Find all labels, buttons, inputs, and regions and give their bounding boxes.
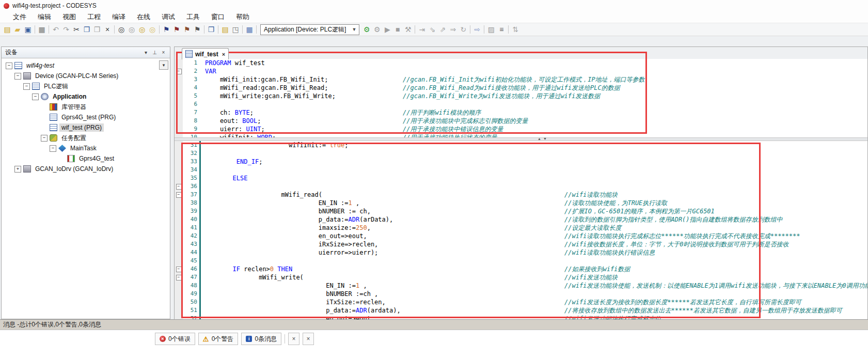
copy-icon[interactable]: ❐ [82, 24, 92, 35]
collapse-icon[interactable]: − [23, 83, 30, 90]
code-line-47[interactable]: −47 mWifi_write(//wifi发送功能块 [175, 273, 867, 282]
errors-toggle[interactable]: ×0个错误 [155, 333, 195, 345]
warnings-toggle[interactable]: ⚠0个警告 [198, 333, 239, 345]
combo-arrow-icon[interactable]: ▼ [350, 27, 358, 32]
code-line-35[interactable]: 35 ELSE [175, 174, 867, 182]
code-text[interactable]: iTxSize:=reclen,//wifi发送长度为接收到的数据长度*****… [201, 298, 867, 306]
clear-messages-icon-2[interactable]: × [303, 333, 314, 345]
undo-icon[interactable]: ↶ [51, 24, 61, 35]
code-line-38[interactable]: 38 EN_IN :=1 ,//读取功能块使能，为TRUE执行读取 [175, 199, 867, 207]
splitter-grip-icon[interactable]: ▲ [538, 137, 541, 141]
code-line-6[interactable]: 6 [175, 100, 867, 108]
replace-in-project-icon[interactable]: ◎ [147, 24, 157, 35]
menu-item-工程[interactable]: 工程 [82, 11, 106, 23]
tree-item-gcan-iodrv-gcan-iodrv-[interactable]: +GCAN_IoDrv (GCAN_IoDrv) [2, 164, 170, 174]
fold-marker-icon[interactable]: − [175, 67, 183, 75]
code-text[interactable] [201, 182, 867, 191]
code-line-44[interactable]: 44 uierror=>uierr);//wifi读取功能块执行错误信息 [175, 248, 867, 257]
watch-list-icon[interactable]: ≡ [496, 24, 507, 35]
restart-icon[interactable]: ↻ [458, 24, 468, 35]
application-combo[interactable]: Application [Device: PLC逻辑]▼ [260, 24, 359, 35]
collapse-icon[interactable]: − [41, 135, 48, 142]
panel-close-icon[interactable]: × [159, 49, 168, 56]
toggle-bookmark-icon[interactable]: ⚑ [161, 24, 171, 35]
code-line-33[interactable]: 33 END_IF; [175, 158, 867, 166]
save-project-icon[interactable]: ▣ [23, 24, 33, 35]
code-text[interactable]: p_data:=ADR(ardata),//将接收存放到数组中的数据发送出去**… [201, 306, 867, 315]
code-line-31[interactable]: 31 wifiInit:= true; [175, 141, 867, 149]
collapse-icon[interactable]: − [32, 93, 39, 100]
code-line-46[interactable]: −46 IF reclen>0 THEN//如果接收到wifi数据 [175, 265, 867, 273]
new-object-icon[interactable]: ▤ [220, 24, 230, 35]
clear-messages-icon-1[interactable]: × [288, 333, 299, 345]
menu-item-工具[interactable]: 工具 [181, 11, 206, 23]
implementation-editor[interactable]: 31 wifiInit:= true;3233 END_IF;3435 ELSE… [175, 141, 867, 320]
panel-dropdown-icon[interactable]: ▾ [141, 49, 150, 56]
previous-bookmark-icon[interactable]: ⚑ [171, 24, 182, 35]
code-line-39[interactable]: 39 bNUMBER := ch,//扩展IO，GC-6501的顺序，本例程为第… [175, 207, 867, 215]
code-line-10[interactable]: 10 wifiInit: WORD;//用于承接功能块执行状态的变量 [175, 133, 867, 137]
splitter-grip-icon[interactable]: ▼ [543, 137, 547, 141]
code-text[interactable]: mWifi_read(//wifi读取功能块 [201, 191, 867, 199]
stop-icon[interactable]: ■ [392, 24, 403, 35]
collapse-icon[interactable]: − [14, 73, 21, 80]
code-line-9[interactable]: 9 uierr: UINT;//用于承接功能块中错误信息的变量 [175, 125, 867, 133]
code-text[interactable]: VAR [199, 67, 867, 75]
run-to-line-icon[interactable]: ⇒ [448, 24, 458, 35]
refresh-icon[interactable]: ⇅ [510, 24, 520, 35]
debug-settings-icon[interactable]: ⚒ [403, 24, 413, 35]
fold-marker-icon[interactable]: − [175, 273, 183, 282]
monitoring-icon[interactable]: ▨ [486, 24, 496, 35]
declaration-editor[interactable]: 1PROGRAM wif_test−2VAR3 mWifi_init:gcan.… [175, 59, 867, 137]
code-line-34[interactable]: 34 [175, 166, 867, 174]
clear-bookmarks-icon[interactable]: ⚑ [192, 24, 202, 35]
next-bookmark-icon[interactable]: ⚑ [182, 24, 192, 35]
code-line-45[interactable]: 45 [175, 257, 867, 265]
code-text[interactable]: ELSE [201, 174, 867, 182]
code-text[interactable]: EN_IN :=1 ,//读取功能块使能，为TRUE执行读取 [201, 199, 867, 207]
code-text[interactable]: en_out=>eout,//wifi读取功能块执行完成标志位******功能块… [201, 232, 867, 240]
code-text[interactable]: uierror=>uierr);//wifi读取功能块执行错误信息 [201, 248, 867, 257]
code-text[interactable]: bNUMBER := ch,//扩展IO，GC-6501的顺序，本例程为第一片G… [201, 207, 867, 215]
code-line-7[interactable]: 7 ch: BYTE;//用于判断wifi模块的顺序 [175, 108, 867, 117]
code-line-40[interactable]: 40 p_data:=ADR(arData),//读取到的数据引脚为指针类型，使… [175, 215, 867, 224]
step-over-icon[interactable]: ⇥ [417, 24, 427, 35]
code-text[interactable]: EN_IN :=1 ,//wifi发送功能块使能，发送机制：以使能ENABLE为… [201, 282, 867, 290]
step-into-icon[interactable]: ⇘ [427, 24, 437, 35]
code-text[interactable]: END_IF; [201, 158, 867, 166]
input-assistant-icon[interactable]: ▦ [244, 24, 255, 35]
copy-all-icon[interactable]: ❐ [206, 24, 216, 35]
code-text[interactable]: eout: BOOL;//用于承接功能块中完成标志引脚数据的变量 [199, 117, 867, 125]
code-line-49[interactable]: 49 bNUMBER :=ch , [175, 290, 867, 298]
tree-item-application[interactable]: −Application [2, 91, 170, 102]
code-text[interactable]: mWifi_read:gcan.FB_Wifi_Read;//gcan.FB_W… [199, 84, 867, 92]
menu-item-文件[interactable]: 文件 [7, 11, 32, 23]
replace-icon[interactable]: ◎ [127, 24, 137, 35]
code-text[interactable] [201, 149, 867, 158]
tree-item-wif-test-prg-[interactable]: −wif_test (PRG) [2, 122, 170, 133]
collapse-icon[interactable]: − [6, 63, 12, 69]
code-line-3[interactable]: 3 mWifi_init:gcan.FB_Wifi_Init;//gcan.FB… [175, 75, 867, 84]
menu-item-帮助[interactable]: 帮助 [230, 11, 255, 23]
logout-icon[interactable]: ⚙ [372, 24, 382, 35]
tree-item--[interactable]: −库管理器 [2, 102, 170, 112]
tree-item-gprs4g-test-prg-[interactable]: −Gprs4G_test (PRG) [2, 112, 170, 122]
new-project-icon[interactable]: ▤ [2, 24, 12, 35]
find-in-project-icon[interactable]: ◎ [137, 24, 147, 35]
code-line-50[interactable]: 50 iTxSize:=reclen,//wifi发送长度为接收到的数据长度**… [175, 298, 867, 306]
menu-item-窗口[interactable]: 窗口 [206, 11, 230, 23]
messages-toggle[interactable]: i0条消息 [241, 333, 281, 345]
delete-icon[interactable]: × [102, 24, 113, 35]
expand-icon[interactable]: + [14, 166, 21, 173]
collapse-icon[interactable]: − [50, 145, 56, 152]
fold-marker-icon[interactable]: − [175, 265, 183, 273]
code-text[interactable]: mWifi_write(//wifi发送功能块 [201, 273, 867, 282]
tab-wif-test[interactable]: wif_test × [182, 48, 229, 59]
code-text[interactable]: wifiInit:= true; [201, 141, 867, 149]
login-icon[interactable]: ⚙ [361, 24, 372, 35]
cut-icon[interactable]: ✂ [71, 24, 82, 35]
redo-icon[interactable]: ↷ [61, 24, 71, 35]
code-line-51[interactable]: 51 p_data:=ADR(ardata),//将接收存放到数组中的数据发送出… [175, 306, 867, 315]
device-combo-arrow-icon[interactable]: ▾ [159, 60, 168, 70]
editor-splitter[interactable]: ▲▼ [175, 137, 867, 141]
